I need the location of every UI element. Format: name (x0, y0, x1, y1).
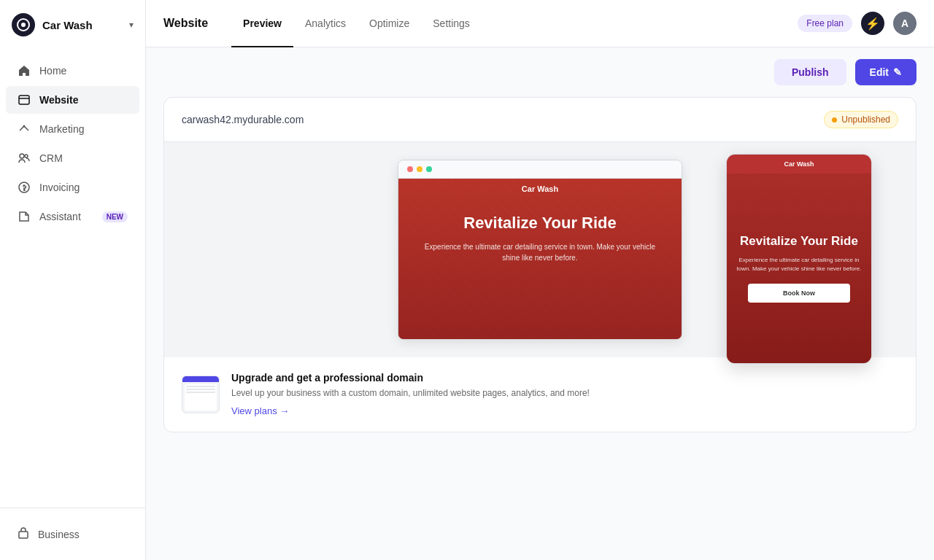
marketing-icon (18, 122, 31, 136)
publish-button[interactable]: Publish (774, 59, 846, 85)
assistant-icon (18, 210, 31, 223)
sidebar-item-label: Website (39, 94, 78, 106)
mobile-hero-content: Revitalize Your Ride Experience the ulti… (727, 225, 871, 311)
sidebar-logo[interactable]: Car Wash ▾ (0, 0, 145, 50)
status-dot (832, 117, 837, 122)
sidebar-item-label: CRM (39, 152, 63, 164)
svg-point-1 (21, 23, 26, 27)
upgrade-icon-content (185, 384, 217, 411)
upgrade-icon-bar (182, 376, 219, 382)
bolt-button[interactable]: ⚡ (861, 12, 884, 35)
top-nav-right: Free plan ⚡ A (798, 12, 916, 35)
upgrade-description: Level up your business with a custom dom… (231, 386, 898, 400)
home-icon (18, 64, 31, 77)
edit-pencil-icon: ✎ (893, 66, 902, 78)
free-plan-badge: Free plan (798, 15, 852, 32)
svg-point-7 (19, 182, 29, 192)
browser-dot-green (426, 166, 432, 172)
edit-button[interactable]: Edit ✎ (855, 59, 916, 85)
top-nav: Website Preview Analytics Optimize Setti… (146, 0, 934, 47)
svg-rect-2 (19, 96, 29, 104)
svg-rect-8 (19, 532, 28, 538)
desktop-site-nav: Car Wash (398, 179, 682, 199)
sidebar-item-crm[interactable]: CRM (6, 144, 139, 172)
browser-dot-red (407, 166, 413, 172)
edit-label: Edit (870, 66, 889, 78)
sidebar-item-label: Assistant (39, 211, 81, 222)
tab-settings[interactable]: Settings (421, 1, 482, 47)
upgrade-title: Upgrade and get a professional domain (231, 372, 898, 384)
tab-analytics[interactable]: Analytics (293, 1, 358, 47)
business-icon (18, 527, 29, 541)
tab-optimize[interactable]: Optimize (358, 1, 421, 47)
chevron-down-icon: ▾ (129, 20, 134, 30)
logo-name: Car Wash (42, 19, 93, 31)
sidebar: Car Wash ▾ Home Website Marketing (0, 0, 146, 560)
sidebar-item-business[interactable]: Business (12, 520, 134, 548)
invoicing-icon (18, 181, 31, 194)
svg-point-4 (23, 125, 26, 128)
desktop-hero-subtitle: Experience the ultimate car detailing se… (416, 241, 664, 263)
browser-dot-yellow (417, 166, 422, 172)
desktop-hero: Revitalize Your Ride Experience the ulti… (398, 199, 682, 278)
logo-icon (12, 13, 35, 36)
mobile-mockup: Car Wash Revitalize Your Ride Experience… (726, 154, 872, 364)
desktop-site-preview: Car Wash Revitalize Your Ride Experience… (398, 179, 682, 339)
crm-icon (18, 152, 31, 165)
tab-preview[interactable]: Preview (231, 1, 293, 47)
website-icon (18, 93, 31, 106)
sidebar-nav: Home Website Marketing CRM (0, 50, 145, 508)
main-content: Website Preview Analytics Optimize Setti… (146, 0, 934, 560)
mobile-hero: Revitalize Your Ride Experience the ulti… (727, 174, 871, 363)
mobile-book-button[interactable]: Book Now (748, 284, 849, 303)
mobile-hero-subtitle: Experience the ultimate car detailing se… (736, 256, 862, 273)
mobile-site-nav: Car Wash (727, 155, 871, 174)
desktop-mockup: Car Wash Revitalize Your Ride Experience… (398, 160, 682, 340)
page-title: Website (163, 17, 208, 30)
svg-point-5 (20, 154, 24, 158)
mobile-hero-title: Revitalize Your Ride (736, 234, 862, 249)
status-text: Unpublished (841, 114, 890, 125)
content-area: carwash42.mydurable.com Unpublished (146, 97, 934, 560)
sidebar-bottom: Business (0, 508, 145, 560)
upgrade-text: Upgrade and get a professional domain Le… (231, 372, 898, 417)
sidebar-item-website[interactable]: Website (6, 86, 139, 114)
sidebar-item-assistant[interactable]: Assistant NEW (6, 203, 139, 230)
website-card: carwash42.mydurable.com Unpublished (163, 97, 916, 432)
website-card-header: carwash42.mydurable.com Unpublished (164, 98, 916, 142)
avatar[interactable]: A (893, 12, 916, 35)
desktop-hero-title: Revitalize Your Ride (416, 214, 664, 233)
upgrade-icon-line (186, 389, 215, 390)
upgrade-icon-line (186, 386, 215, 387)
browser-bar (398, 160, 682, 179)
domain-text: carwash42.mydurable.com (182, 114, 304, 125)
sidebar-item-label: Marketing (39, 123, 84, 135)
sidebar-item-invoicing[interactable]: Invoicing (6, 174, 139, 201)
view-plans-link[interactable]: View plans → (231, 405, 289, 416)
preview-area: Car Wash Revitalize Your Ride Experience… (164, 142, 916, 357)
sidebar-item-label: Home (39, 65, 66, 77)
sidebar-item-marketing[interactable]: Marketing (6, 115, 139, 143)
action-bar: Publish Edit ✎ (146, 47, 934, 97)
upgrade-section: Upgrade and get a professional domain Le… (164, 357, 916, 432)
status-badge: Unpublished (824, 111, 898, 128)
upgrade-icon (182, 376, 220, 413)
upgrade-icon-line (186, 392, 215, 393)
nav-tabs: Preview Analytics Optimize Settings (231, 0, 482, 47)
svg-point-6 (25, 155, 28, 158)
sidebar-item-home[interactable]: Home (6, 57, 139, 85)
sidebar-item-label: Invoicing (39, 182, 80, 193)
assistant-new-badge: NEW (102, 211, 128, 222)
sidebar-item-label: Business (38, 529, 80, 540)
